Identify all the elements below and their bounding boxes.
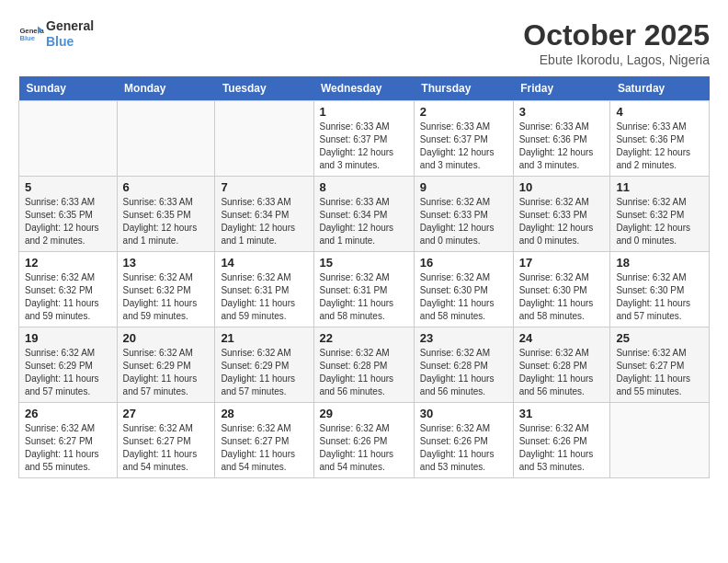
calendar-cell: 5Sunrise: 6:33 AM Sunset: 6:35 PM Daylig…	[19, 177, 118, 252]
calendar-cell: 31Sunrise: 6:32 AM Sunset: 6:26 PM Dayli…	[513, 403, 610, 478]
day-number: 13	[123, 256, 210, 270]
page-header: General Blue General Blue October 2025 E…	[18, 18, 710, 67]
day-info: Sunrise: 6:32 AM Sunset: 6:30 PM Dayligh…	[519, 271, 605, 323]
calendar-cell: 3Sunrise: 6:33 AM Sunset: 6:36 PM Daylig…	[513, 101, 610, 177]
calendar-cell: 27Sunrise: 6:32 AM Sunset: 6:27 PM Dayli…	[117, 403, 215, 478]
logo-icon: General Blue	[18, 21, 44, 47]
day-info: Sunrise: 6:32 AM Sunset: 6:29 PM Dayligh…	[123, 347, 210, 398]
month-year-title: October 2025	[523, 18, 710, 52]
day-info: Sunrise: 6:32 AM Sunset: 6:32 PM Dayligh…	[25, 271, 111, 323]
day-number: 6	[123, 180, 210, 194]
calendar-week-5: 26Sunrise: 6:32 AM Sunset: 6:27 PM Dayli…	[19, 403, 710, 478]
calendar-cell: 11Sunrise: 6:32 AM Sunset: 6:32 PM Dayli…	[610, 177, 710, 252]
day-info: Sunrise: 6:32 AM Sunset: 6:31 PM Dayligh…	[320, 271, 408, 323]
day-number: 10	[519, 180, 605, 194]
day-number: 12	[25, 256, 111, 270]
day-info: Sunrise: 6:32 AM Sunset: 6:32 PM Dayligh…	[616, 196, 703, 247]
calendar-cell: 23Sunrise: 6:32 AM Sunset: 6:28 PM Dayli…	[414, 327, 513, 403]
calendar-cell	[610, 403, 710, 478]
day-number: 29	[320, 407, 408, 420]
calendar-cell: 21Sunrise: 6:32 AM Sunset: 6:29 PM Dayli…	[215, 327, 313, 403]
calendar-cell: 19Sunrise: 6:32 AM Sunset: 6:29 PM Dayli…	[19, 327, 118, 403]
day-number: 26	[25, 407, 111, 420]
calendar-week-1: 1Sunrise: 6:33 AM Sunset: 6:37 PM Daylig…	[19, 101, 710, 177]
calendar-cell: 2Sunrise: 6:33 AM Sunset: 6:37 PM Daylig…	[414, 101, 513, 177]
day-number: 19	[25, 331, 111, 345]
day-info: Sunrise: 6:32 AM Sunset: 6:27 PM Dayligh…	[221, 422, 307, 474]
calendar-week-4: 19Sunrise: 6:32 AM Sunset: 6:29 PM Dayli…	[19, 327, 710, 403]
day-number: 16	[420, 256, 507, 270]
day-number: 31	[519, 407, 605, 420]
day-number: 28	[221, 407, 307, 420]
day-number: 23	[420, 331, 507, 345]
day-number: 22	[320, 331, 408, 345]
calendar-cell: 8Sunrise: 6:33 AM Sunset: 6:34 PM Daylig…	[313, 177, 414, 252]
calendar-cell: 4Sunrise: 6:33 AM Sunset: 6:36 PM Daylig…	[610, 101, 710, 177]
calendar-header: SundayMondayTuesdayWednesdayThursdayFrid…	[19, 76, 710, 101]
calendar-cell: 10Sunrise: 6:32 AM Sunset: 6:33 PM Dayli…	[513, 177, 610, 252]
day-info: Sunrise: 6:33 AM Sunset: 6:35 PM Dayligh…	[123, 196, 210, 247]
calendar-cell	[19, 101, 118, 177]
day-info: Sunrise: 6:33 AM Sunset: 6:34 PM Dayligh…	[320, 196, 408, 247]
day-info: Sunrise: 6:32 AM Sunset: 6:28 PM Dayligh…	[519, 347, 605, 398]
weekday-header-friday: Friday	[513, 76, 610, 101]
day-number: 1	[320, 105, 408, 119]
day-number: 27	[123, 407, 210, 420]
day-number: 17	[519, 256, 605, 270]
day-number: 30	[420, 407, 507, 420]
logo-line2: Blue	[46, 34, 94, 50]
calendar-cell: 7Sunrise: 6:33 AM Sunset: 6:34 PM Daylig…	[215, 177, 313, 252]
calendar-cell: 16Sunrise: 6:32 AM Sunset: 6:30 PM Dayli…	[414, 252, 513, 327]
day-info: Sunrise: 6:32 AM Sunset: 6:33 PM Dayligh…	[420, 196, 507, 247]
location-subtitle: Ebute Ikorodu, Lagos, Nigeria	[523, 52, 710, 67]
weekday-header-row: SundayMondayTuesdayWednesdayThursdayFrid…	[19, 76, 710, 101]
calendar-week-3: 12Sunrise: 6:32 AM Sunset: 6:32 PM Dayli…	[19, 252, 710, 327]
calendar-cell: 17Sunrise: 6:32 AM Sunset: 6:30 PM Dayli…	[513, 252, 610, 327]
day-number: 9	[420, 180, 507, 194]
day-info: Sunrise: 6:33 AM Sunset: 6:37 PM Dayligh…	[320, 121, 408, 172]
day-info: Sunrise: 6:33 AM Sunset: 6:37 PM Dayligh…	[420, 121, 507, 172]
day-info: Sunrise: 6:32 AM Sunset: 6:27 PM Dayligh…	[25, 422, 111, 474]
day-number: 24	[519, 331, 605, 345]
day-info: Sunrise: 6:32 AM Sunset: 6:26 PM Dayligh…	[320, 422, 408, 474]
calendar-cell: 29Sunrise: 6:32 AM Sunset: 6:26 PM Dayli…	[313, 403, 414, 478]
day-info: Sunrise: 6:32 AM Sunset: 6:30 PM Dayligh…	[420, 271, 507, 323]
day-info: Sunrise: 6:32 AM Sunset: 6:28 PM Dayligh…	[420, 347, 507, 398]
day-number: 15	[320, 256, 408, 270]
weekday-header-monday: Monday	[117, 76, 215, 101]
calendar-cell: 22Sunrise: 6:32 AM Sunset: 6:28 PM Dayli…	[313, 327, 414, 403]
day-info: Sunrise: 6:32 AM Sunset: 6:26 PM Dayligh…	[519, 422, 605, 474]
calendar-cell: 12Sunrise: 6:32 AM Sunset: 6:32 PM Dayli…	[19, 252, 118, 327]
calendar-cell: 20Sunrise: 6:32 AM Sunset: 6:29 PM Dayli…	[117, 327, 215, 403]
day-number: 18	[616, 256, 703, 270]
day-info: Sunrise: 6:32 AM Sunset: 6:29 PM Dayligh…	[221, 347, 307, 398]
day-info: Sunrise: 6:32 AM Sunset: 6:29 PM Dayligh…	[25, 347, 111, 398]
calendar-cell: 14Sunrise: 6:32 AM Sunset: 6:31 PM Dayli…	[215, 252, 313, 327]
weekday-header-saturday: Saturday	[610, 76, 710, 101]
day-info: Sunrise: 6:32 AM Sunset: 6:32 PM Dayligh…	[123, 271, 210, 323]
day-number: 14	[221, 256, 307, 270]
day-info: Sunrise: 6:33 AM Sunset: 6:34 PM Dayligh…	[221, 196, 307, 247]
calendar-cell: 18Sunrise: 6:32 AM Sunset: 6:30 PM Dayli…	[610, 252, 710, 327]
day-number: 7	[221, 180, 307, 194]
weekday-header-sunday: Sunday	[19, 76, 118, 101]
day-number: 4	[616, 105, 703, 119]
day-number: 8	[320, 180, 408, 194]
day-number: 20	[123, 331, 210, 345]
logo: General Blue General Blue	[18, 18, 94, 50]
weekday-header-tuesday: Tuesday	[215, 76, 313, 101]
day-number: 5	[25, 180, 111, 194]
day-number: 21	[221, 331, 307, 345]
day-number: 2	[420, 105, 507, 119]
calendar-cell	[117, 101, 215, 177]
day-info: Sunrise: 6:32 AM Sunset: 6:31 PM Dayligh…	[221, 271, 307, 323]
calendar-cell: 9Sunrise: 6:32 AM Sunset: 6:33 PM Daylig…	[414, 177, 513, 252]
calendar-body: 1Sunrise: 6:33 AM Sunset: 6:37 PM Daylig…	[19, 101, 710, 478]
calendar-cell: 25Sunrise: 6:32 AM Sunset: 6:27 PM Dayli…	[610, 327, 710, 403]
calendar-cell	[215, 101, 313, 177]
calendar-cell: 26Sunrise: 6:32 AM Sunset: 6:27 PM Dayli…	[19, 403, 118, 478]
calendar-week-2: 5Sunrise: 6:33 AM Sunset: 6:35 PM Daylig…	[19, 177, 710, 252]
calendar-cell: 28Sunrise: 6:32 AM Sunset: 6:27 PM Dayli…	[215, 403, 313, 478]
calendar-cell: 13Sunrise: 6:32 AM Sunset: 6:32 PM Dayli…	[117, 252, 215, 327]
weekday-header-thursday: Thursday	[414, 76, 513, 101]
